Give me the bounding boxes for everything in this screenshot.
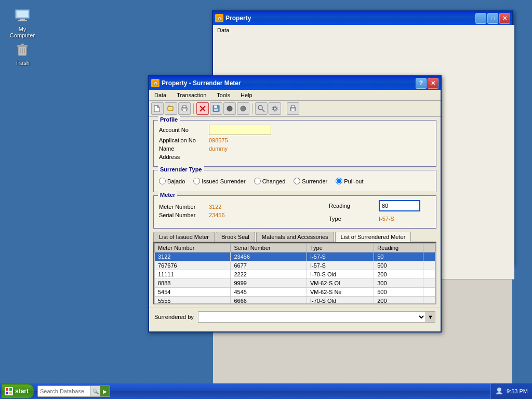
- table-row[interactable]: 111112222I-70-S Old200: [155, 270, 435, 279]
- radio-surrender-label: Surrender: [302, 178, 327, 184]
- radio-pullout[interactable]: Pull-out: [336, 178, 363, 184]
- main-window: 🏠 Property - Surrender Meter ? ✕ Data Tr…: [148, 75, 442, 332]
- name-row: Name dummy: [159, 145, 431, 152]
- help-button[interactable]: ?: [416, 78, 427, 89]
- radio-surrender[interactable]: Surrender: [294, 178, 327, 184]
- svg-line-31: [262, 109, 264, 112]
- trash-icon[interactable]: Trash: [4, 39, 41, 68]
- toolbar-printer-button[interactable]: [287, 102, 299, 115]
- col-header-type: Type: [307, 244, 374, 252]
- account-no-row: Account No: [159, 125, 431, 135]
- meter-number-label: Meter Number: [159, 204, 206, 210]
- cell-type-1: I-57-S: [307, 261, 374, 270]
- surrendered-by-dropdown-arrow[interactable]: ▼: [425, 312, 435, 322]
- col-header-reading: Reading: [374, 244, 423, 252]
- meter-section-label: Meter: [158, 192, 177, 198]
- cell-serial_number-3: 9999: [231, 279, 307, 288]
- bg-close-button[interactable]: ✕: [499, 13, 510, 24]
- trash-label: Trash: [15, 60, 30, 66]
- tabs-row: List of Issued Meter Brook Seal Material…: [153, 232, 436, 242]
- cell-reading-5: 200: [374, 297, 423, 305]
- cell-reading-0: 50: [374, 252, 423, 261]
- type-label: Type: [329, 216, 376, 222]
- tab-surrendered-meter[interactable]: List of Surrendered Meter: [335, 232, 411, 242]
- bg-window-icon: 🏠: [215, 14, 223, 22]
- my-computer-icon[interactable]: My Computer: [4, 5, 41, 41]
- serial-number-row: Serial Number 23456: [159, 212, 225, 218]
- cell-extra-2: [423, 270, 435, 279]
- table-row[interactable]: 312223456I-57-S50: [155, 252, 435, 261]
- toolbar-settings-button[interactable]: [269, 102, 281, 115]
- table-row[interactable]: 88889999VM-62-S Ol300: [155, 279, 435, 288]
- svg-point-41: [497, 388, 501, 392]
- toolbar-save-button[interactable]: [210, 102, 222, 115]
- toolbar-circle2-button[interactable]: [237, 102, 249, 115]
- search-input[interactable]: [38, 386, 90, 396]
- tab-materials[interactable]: Materials and Accessories: [256, 232, 334, 242]
- main-window-titlebar: 🏠 Property - Surrender Meter ? ✕: [149, 76, 441, 90]
- toolbar-print-button[interactable]: [178, 102, 191, 115]
- tab-brook-seal[interactable]: Brook Seal: [216, 232, 255, 242]
- menu-tools[interactable]: Tools: [215, 91, 232, 99]
- account-no-label: Account No: [159, 127, 206, 133]
- form-content: Profile Account No Application No 098575…: [149, 117, 441, 308]
- col-header-serial-number: Serial Number: [231, 244, 307, 252]
- toolbar-circle1-button[interactable]: [223, 102, 236, 115]
- main-close-button[interactable]: ✕: [428, 78, 438, 89]
- cell-type-5: I-70-S Old: [307, 297, 374, 305]
- surrender-type-label: Surrender Type: [158, 166, 204, 172]
- radio-changed[interactable]: Changed: [254, 178, 286, 184]
- menu-transaction[interactable]: Transaction: [175, 91, 208, 99]
- radio-bajado[interactable]: Bajado: [159, 178, 185, 184]
- cell-type-0: I-57-S: [307, 252, 374, 261]
- reading-input[interactable]: [379, 200, 420, 211]
- radio-changed-label: Changed: [262, 178, 286, 184]
- svg-rect-3: [18, 20, 27, 21]
- table-row[interactable]: 7676766677I-57-S500: [155, 261, 435, 270]
- cell-serial_number-0: 23456: [231, 252, 307, 261]
- account-no-input[interactable]: [209, 125, 271, 135]
- reading-row: Reading: [329, 200, 420, 211]
- col-header-meter-number: Meter Number: [155, 244, 231, 252]
- svg-rect-26: [214, 105, 217, 108]
- cell-meter_number-5: 5555: [155, 297, 231, 305]
- cell-reading-2: 200: [374, 270, 423, 279]
- my-computer-label: My Computer: [6, 26, 38, 38]
- surrendered-by-select[interactable]: [198, 312, 425, 322]
- bg-maximize-button[interactable]: □: [487, 13, 498, 24]
- cell-reading-4: 500: [374, 288, 423, 297]
- application-no-value: 098575: [209, 137, 228, 143]
- radio-issued-surrender[interactable]: Issued Surrender: [193, 178, 245, 184]
- search-icon-button[interactable]: 🔍: [90, 386, 100, 396]
- bg-window-controls: _ □ ✕: [475, 13, 510, 24]
- address-row: Address: [159, 154, 431, 160]
- table-row[interactable]: 55556666I-70-S Old200: [155, 297, 435, 305]
- svg-rect-40: [9, 392, 12, 394]
- cell-reading-3: 300: [374, 279, 423, 288]
- start-button[interactable]: start: [1, 384, 34, 398]
- bg-minimize-button[interactable]: _: [475, 13, 486, 24]
- menu-help[interactable]: Help: [238, 91, 255, 99]
- svg-rect-6: [21, 44, 24, 46]
- svg-point-28: [227, 106, 232, 111]
- meter-number-row: Meter Number 3122: [159, 204, 225, 210]
- svg-rect-21: [183, 105, 186, 108]
- profile-section-label: Profile: [158, 116, 180, 123]
- svg-rect-27: [214, 109, 218, 111]
- taskbar-time: 9:53 PM: [507, 388, 528, 394]
- toolbar-new-button[interactable]: [151, 102, 164, 115]
- taskbar-right: 9:53 PM: [490, 383, 532, 399]
- cell-extra-5: [423, 297, 435, 305]
- toolbar-open-button[interactable]: [165, 102, 177, 115]
- cell-extra-3: [423, 279, 435, 288]
- tab-issued-meter[interactable]: List of Issued Meter: [153, 232, 215, 242]
- main-window-controls: ? ✕: [416, 78, 438, 89]
- toolbar-cancel-button[interactable]: [196, 102, 209, 115]
- application-no-row: Application No 098575: [159, 137, 431, 143]
- search-go-button[interactable]: ▶: [100, 386, 110, 396]
- menu-data[interactable]: Data: [152, 91, 168, 99]
- table-row[interactable]: 54544545VM-62-S Ne500: [155, 288, 435, 297]
- surrendered-meter-table-wrapper[interactable]: Meter Number Serial Number Type Reading …: [153, 242, 436, 304]
- toolbar-search-button[interactable]: [255, 102, 268, 115]
- cell-extra-4: [423, 288, 435, 297]
